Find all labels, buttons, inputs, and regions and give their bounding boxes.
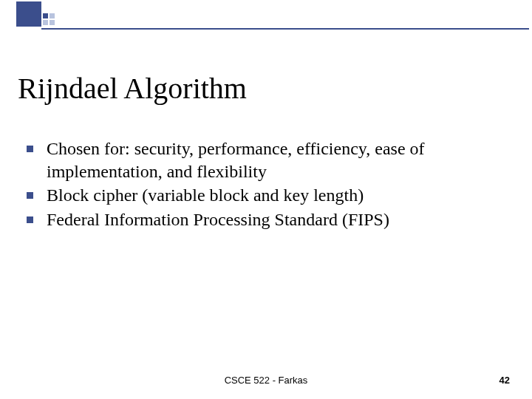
list-item: Chosen for: security, performance, effic… — [27, 137, 507, 183]
bullet-text: Block cipher (variable block and key len… — [47, 184, 364, 207]
list-item: Federal Information Processing Standard … — [27, 208, 507, 231]
decor-big-square — [16, 1, 41, 27]
slide-header-decoration — [0, 0, 55, 27]
bullet-text: Chosen for: security, performance, effic… — [47, 137, 507, 183]
slide-title: Rijndael Algorithm — [18, 71, 247, 106]
decor-small-squares — [43, 13, 55, 25]
bullet-text: Federal Information Processing Standard … — [47, 208, 389, 231]
page-number: 42 — [499, 375, 510, 386]
bullet-icon — [27, 146, 33, 152]
decor-header-line — [41, 28, 529, 30]
bullet-list: Chosen for: security, performance, effic… — [27, 137, 507, 233]
bullet-icon — [27, 216, 33, 223]
footer-text: CSCE 522 - Farkas — [0, 375, 532, 386]
list-item: Block cipher (variable block and key len… — [27, 184, 507, 207]
bullet-icon — [27, 192, 33, 199]
